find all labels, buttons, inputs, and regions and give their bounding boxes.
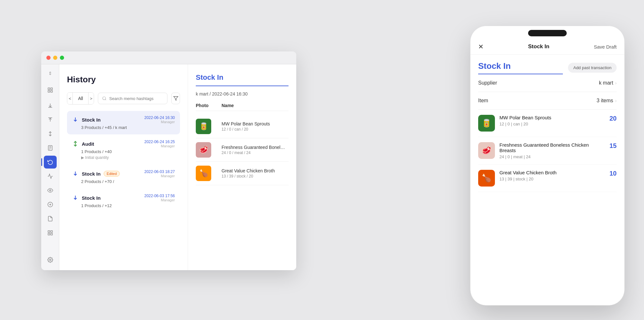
svg-point-22 bbox=[103, 97, 106, 100]
phone-product-item: 🥩 Freshness Guaranteed Boneless Chicken … bbox=[478, 137, 617, 165]
product-thumb: 🥩 bbox=[196, 142, 211, 158]
phone-header: ✕ Stock In Save Draft bbox=[470, 40, 624, 55]
filter-next-btn[interactable]: > bbox=[89, 93, 94, 104]
add-past-transaction-btn[interactable]: Add past transaction bbox=[568, 63, 617, 73]
svg-rect-0 bbox=[48, 88, 50, 89]
sidebar-item-document2[interactable] bbox=[44, 212, 57, 225]
phone-product-thumb: 🥫 bbox=[478, 115, 495, 132]
history-item-left: Stock In bbox=[72, 116, 100, 123]
product-thumb-inner: 🥫 bbox=[196, 119, 211, 134]
history-item-header: Stock In 2022-06-24 16:30 Manager bbox=[72, 115, 175, 124]
history-item-type: Stock In bbox=[82, 195, 100, 201]
history-item-type: Audit bbox=[82, 141, 94, 147]
detail-panel: Stock In k mart / 2022-06-24 16:30 Photo… bbox=[188, 64, 296, 270]
product-detail-text: 24 / 0 / meat / 24 bbox=[222, 151, 289, 155]
svg-line-23 bbox=[105, 99, 106, 100]
sidebar-item-history[interactable] bbox=[44, 156, 57, 169]
history-item-header: Stock In Edited 2022-06-03 18:27 Manager bbox=[72, 169, 175, 178]
detail-table-header: Photo Name bbox=[196, 103, 289, 111]
supplier-value: k mart › bbox=[599, 80, 617, 86]
detail-product-row: 🥩 Freshness Guaranteed Bonel… 24 / 0 / m… bbox=[196, 138, 289, 162]
history-item-meta: 2022-06-03 17:56 Manager bbox=[144, 194, 175, 202]
history-title: History bbox=[67, 75, 180, 85]
filter-prev-btn[interactable]: < bbox=[67, 93, 72, 104]
phone-product-item: 🥫 MW Polar Bean Sprouts 12 | 0 | can | 2… bbox=[478, 110, 617, 137]
phone-product-qty: 15 bbox=[610, 142, 617, 150]
sidebar-item-document[interactable] bbox=[44, 142, 57, 154]
phone-body: Stock In Add past transaction Supplier k… bbox=[470, 55, 624, 302]
phone-product-name: Great Value Chicken Broth bbox=[499, 170, 605, 175]
history-item[interactable]: Stock In 2022-06-03 17:56 Manager 1 Prod… bbox=[67, 189, 180, 213]
sidebar-item-visibility[interactable] bbox=[44, 184, 57, 197]
product-name: Great Value Chicken Broth bbox=[222, 168, 289, 173]
history-item-meta: 2022-06-03 18:27 Manager bbox=[144, 169, 175, 178]
product-photo-col: 🥫 bbox=[196, 119, 215, 134]
phone-section-title: Stock In bbox=[478, 61, 511, 71]
sidebar-item-stock-in[interactable] bbox=[44, 99, 57, 112]
svg-rect-20 bbox=[51, 233, 52, 235]
sidebar-item-nav[interactable] bbox=[44, 84, 57, 96]
col-photo-header: Photo bbox=[196, 103, 215, 108]
edited-badge: Edited bbox=[104, 171, 119, 177]
detail-subtitle: k mart / 2022-06-24 16:30 bbox=[196, 91, 289, 96]
item-value: 3 items › bbox=[597, 98, 617, 104]
sidebar-item-transfer[interactable] bbox=[44, 127, 57, 140]
phone-product-thumb: 🍗 bbox=[478, 170, 495, 187]
sidebar-item-settings[interactable] bbox=[44, 253, 57, 266]
phone-product-meta: 24 | 0 | meat | 24 bbox=[499, 154, 605, 159]
detail-panel-title: Stock In bbox=[196, 73, 289, 86]
sidebar-expand-btn[interactable]: ⇕ bbox=[45, 68, 55, 78]
history-item[interactable]: Stock In Edited 2022-06-03 18:27 Manager… bbox=[67, 165, 180, 188]
phone-close-btn[interactable]: ✕ bbox=[478, 43, 484, 50]
phone-product-thumb: 🥩 bbox=[478, 142, 495, 159]
maximize-traffic-light[interactable] bbox=[60, 56, 64, 60]
filter-row: < All > bbox=[67, 92, 180, 105]
main-content: History < All > bbox=[59, 64, 296, 270]
product-photo-col: 🍗 bbox=[196, 166, 215, 181]
svg-rect-17 bbox=[48, 231, 50, 232]
col-name-header: Name bbox=[222, 103, 289, 108]
phone-product-info: Great Value Chicken Broth 13 | 39 | stoc… bbox=[499, 170, 605, 181]
svg-rect-18 bbox=[51, 231, 52, 232]
search-input[interactable] bbox=[109, 96, 163, 101]
close-traffic-light[interactable] bbox=[46, 56, 51, 60]
sidebar-item-add[interactable] bbox=[44, 198, 57, 211]
svg-rect-3 bbox=[51, 91, 52, 92]
stock-in-icon bbox=[72, 170, 79, 177]
history-item-header: Audit 2022-06-24 16:25 Manager bbox=[72, 140, 175, 148]
phone-notch bbox=[470, 26, 624, 40]
phone-save-draft-btn[interactable]: Save Draft bbox=[594, 44, 617, 50]
history-panel: History < All > bbox=[59, 64, 188, 270]
phone-section-title-container: Stock In bbox=[478, 61, 563, 74]
window-titlebar bbox=[41, 51, 296, 64]
search-icon bbox=[102, 96, 107, 101]
supplier-chevron-icon: › bbox=[615, 80, 617, 86]
history-item[interactable]: Stock In 2022-06-24 16:30 Manager 3 Prod… bbox=[67, 111, 180, 134]
sidebar-item-stock-out[interactable] bbox=[44, 113, 57, 126]
sidebar-item-grid[interactable] bbox=[44, 226, 57, 239]
supplier-field-row[interactable]: Supplier k mart › bbox=[478, 74, 617, 92]
product-thumb: 🍗 bbox=[196, 166, 211, 181]
history-item[interactable]: Audit 2022-06-24 16:25 Manager 1 Product… bbox=[67, 135, 180, 164]
window-body: ⇕ bbox=[41, 64, 296, 270]
history-item-type: Stock In bbox=[82, 117, 100, 123]
phone-product-meta: 13 | 39 | stock | 20 bbox=[499, 177, 605, 181]
stock-in-icon bbox=[72, 195, 79, 201]
product-detail-text: 12 / 0 / can / 20 bbox=[222, 127, 289, 132]
phone-header-title: Stock In bbox=[528, 43, 549, 50]
filter-btn[interactable] bbox=[171, 93, 180, 104]
search-box[interactable] bbox=[98, 93, 167, 104]
history-item-meta: 2022-06-24 16:30 Manager bbox=[144, 115, 175, 124]
sidebar-item-analytics[interactable] bbox=[44, 170, 57, 183]
history-item-left: Stock In bbox=[72, 195, 100, 201]
phone-product-info: MW Polar Bean Sprouts 12 | 0 | can | 20 bbox=[499, 115, 605, 126]
filter-icon bbox=[173, 96, 178, 101]
svg-marker-24 bbox=[174, 96, 178, 100]
svg-point-21 bbox=[49, 259, 51, 261]
item-field-row[interactable]: Item 3 items › bbox=[478, 92, 617, 110]
history-item-sub: 1 Products / +40 bbox=[72, 149, 175, 154]
product-thumb: 🥫 bbox=[196, 119, 211, 134]
minimize-traffic-light[interactable] bbox=[53, 56, 57, 60]
svg-point-13 bbox=[49, 190, 51, 191]
phone-product-item: 🍗 Great Value Chicken Broth 13 | 39 | st… bbox=[478, 165, 617, 192]
